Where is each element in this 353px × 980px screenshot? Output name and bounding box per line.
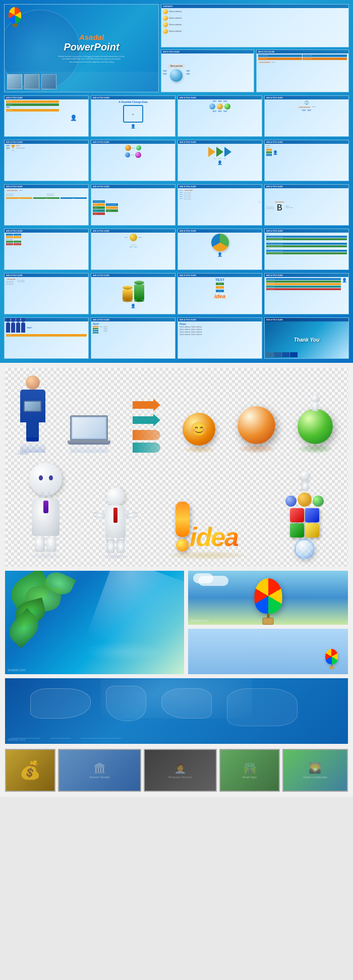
slide-r6-4[interactable]: ADD A TITLE SLIDE Click to add text Clic… [264, 273, 349, 314]
slide-text-circles[interactable]: ADD A TITLE SLIDE TEXT TEXT What a good … [161, 49, 254, 92]
brand-name: Asadal [58, 33, 124, 41]
smiley-orange-element: 😊 [183, 413, 215, 453]
slide-r3-2[interactable]: ADD A TITLE SLIDE TEXT TEXT [91, 140, 175, 181]
slide-r4-4[interactable]: ADD A TITLE SLIDE A Click to add text Cl… [264, 184, 349, 226]
photo-dollar[interactable]: 💰 [5, 749, 55, 792]
slide-r7-1[interactable]: ADD A TITLE SLIDE TEXT TEXT [4, 317, 89, 359]
slides-row-7: ADD A TITLE SLIDE TEXT TEXT ADD A TITLE … [4, 317, 349, 359]
arrows-element [133, 399, 160, 453]
white-figure-tie [103, 487, 128, 559]
businessman-figure: asadal [20, 375, 45, 453]
balloon-section: asadal.com [188, 571, 348, 674]
slide-r3-1[interactable]: ADD A TITLE SLIDE TEXT TEXT TEXT TEXT Cl… [4, 140, 89, 181]
presentation-preview-section: Asadal PowerPoint Asadal has been runnin… [0, 0, 353, 363]
laptop-element [68, 415, 110, 453]
slide-r5-2[interactable]: ADD A TITLE SLIDE TEXT What a good idea!… [91, 229, 175, 270]
slides-row-2: ADD A TITLE SLIDE add text add text TEXT… [4, 95, 349, 137]
slides-row-6: ADD A TITLE SLIDE What a good idea! Clic… [4, 273, 349, 314]
contents-item-3: Click to add text [169, 24, 182, 26]
slides-row-3: ADD A TITLE SLIDE TEXT TEXT TEXT TEXT Cl… [4, 140, 349, 181]
slide-r2-1[interactable]: ADD A TITLE SLIDE add text add text TEXT… [4, 95, 89, 137]
slide-r4-2[interactable]: ADD A TITLE SLIDE A Click to add text TE… [91, 184, 175, 226]
contents-item-1: Click to add text [169, 11, 182, 13]
slide-r4-1[interactable]: ADD A TITLE SLIDE What a good idea! TEXT… [4, 184, 89, 226]
slide-r3-3[interactable]: ADD A TITLE SLIDE text TEXT text 👤 [178, 140, 262, 181]
backgrounds-section: asadal.com asadal.com [5, 571, 348, 674]
slide-r6-3[interactable]: ADD A TITLE SLIDE TEXT TEXT TEXT TEXT id… [178, 273, 262, 314]
right-col: CONTENTS Click to add text Click to add … [161, 4, 349, 92]
sub-row-1: ADD A TITLE SLIDE TEXT TEXT What a good … [161, 49, 349, 92]
photo-woman-suit[interactable]: 👩‍💼 Business Woman [144, 749, 217, 792]
app-subtitle: PowerPoint [58, 41, 124, 53]
slide-r2-3[interactable]: ADD A TITLE SLIDE TEXT TEXT TEXT TEXT TE… [178, 95, 262, 137]
photo-strip: 💰 🏛️ Ancient Temple 👩‍💼 Business Woman 🛣… [5, 749, 348, 792]
slide-r2-2[interactable]: ADD A TITLE SLIDE A Possible Change Data… [91, 95, 175, 137]
slides-row-5: ADD A TITLE SLIDE Click to text Click to… [4, 229, 349, 270]
thank-you-slide[interactable]: ADD A TITLE SLIDE Thank You [264, 317, 349, 359]
blocks-element [285, 471, 324, 559]
worldmap-background[interactable]: asadal.com [5, 678, 348, 744]
desc-3: www.asadal.com for domain registration a… [58, 61, 124, 64]
slide-r2-4[interactable]: ADD A TITLE SLIDE ⚖️ What a good idea! T… [264, 95, 349, 137]
slide-r5-1[interactable]: ADD A TITLE SLIDE Click to text Click to… [4, 229, 89, 270]
hero-slide[interactable]: Asadal PowerPoint Asadal has been runnin… [4, 4, 159, 92]
watermark: asadal.com [6, 87, 19, 90]
slides-row-1: Asadal PowerPoint Asadal has been runnin… [4, 4, 349, 92]
photo-road-sign[interactable]: 🛣️ Road Sign [219, 749, 280, 792]
contents-item-4: Click to add text [169, 30, 182, 32]
small-balloon-bg[interactable] [188, 629, 348, 674]
slide-r6-2[interactable]: ADD A TITLE SLIDE TEXT TEXT [91, 273, 175, 314]
elements-section: asadal 😊 [0, 363, 353, 797]
thank-you-text: Thank You [294, 337, 320, 343]
balloon-sky-bg[interactable]: asadal.com [188, 571, 348, 625]
people-silhouettes [6, 322, 25, 333]
desc-2: since March 1998. More than 1,900,000 pe… [58, 58, 124, 61]
ball-orange-element [238, 406, 275, 453]
slides-row-4: ADD A TITLE SLIDE What a good idea! TEXT… [4, 184, 349, 226]
slide-r7-3[interactable]: ADD A TITLE SLIDE Point Click to add tex… [178, 317, 262, 359]
slide-r7-2[interactable]: ADD A TITLE SLIDE TEXT add text add text… [91, 317, 175, 359]
slide-r5-4[interactable]: ADD A TITLE SLIDE TEXT Click to add text… [264, 229, 349, 270]
slide-r3-4[interactable]: ADD A TITLE SLIDE Text↗ TEXT add text ad… [264, 140, 349, 181]
slide-r5-3[interactable]: ADD A TITLE SLIDE 👤 [178, 229, 262, 270]
slide-r6-1[interactable]: ADD A TITLE SLIDE What a good idea! Clic… [4, 273, 89, 314]
leaves-background[interactable]: asadal.com [5, 571, 184, 674]
slide-r4-3[interactable]: ADD A TITLE SLIDE TEXT Click to add text… [178, 184, 262, 226]
slide-title-t1: ADD A TITLE SLIDE [161, 50, 253, 53]
slide-grid-tags[interactable]: ADD A TITLE SLIDE Click to add text Clic… [256, 49, 349, 92]
ball-green-element [298, 395, 333, 453]
photo-green-field[interactable]: 🌄 Green Landscape [282, 749, 348, 792]
contents-slide[interactable]: CONTENTS Click to add text Click to add … [161, 4, 349, 47]
contents-item-2: Click to add text [169, 17, 182, 19]
idea-exclamation: idea [169, 502, 245, 559]
plug-head-figure [29, 463, 62, 559]
photo-temple[interactable]: 🏛️ Ancient Temple [58, 749, 141, 792]
icons-checkered-bg: asadal 😊 [5, 368, 348, 567]
slide-title-contents: CONTENTS [161, 5, 348, 8]
idea-word: idea [190, 523, 238, 552]
slide-title-t2: ADD A TITLE SLIDE [257, 50, 348, 53]
